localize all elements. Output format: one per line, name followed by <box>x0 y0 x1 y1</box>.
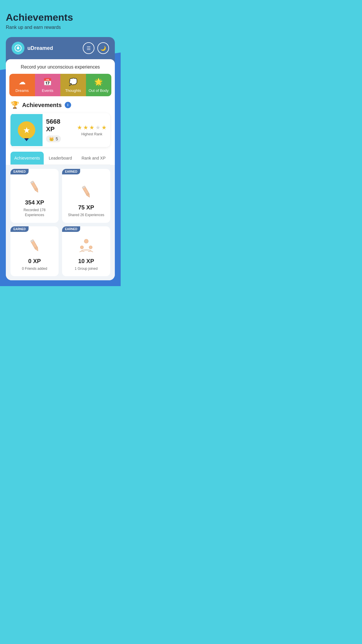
medal-icon: ★ <box>18 121 35 139</box>
svg-point-15 <box>84 239 88 243</box>
outofbody-label: Out of Body <box>89 88 109 93</box>
thoughts-icon: 💭 <box>69 78 78 86</box>
app-brand: uDreamed <box>12 42 53 55</box>
achievement-card-2: EARNED 0 XP 0 Friends added <box>10 226 59 276</box>
ach-xp-3: 10 XP <box>78 258 94 265</box>
achievement-card-1: EARNED 75 XP Shared 26 Experiences <box>62 169 110 223</box>
star-4: ★ <box>95 124 101 131</box>
xp-info: 5668 XP 👑 5 <box>43 113 73 147</box>
achievement-cards: EARNED 354 XP Recorded 178 Experie <box>6 165 115 280</box>
dreams-label: Dreams <box>15 88 29 93</box>
ach-icon-area-0 <box>27 179 42 195</box>
ach-icon-area-1 <box>79 184 94 200</box>
ach-people-icon-3 <box>78 237 94 253</box>
menu-button[interactable]: ☰ <box>83 42 94 54</box>
thoughts-label: Thoughts <box>65 88 81 93</box>
star-5: ★ <box>101 124 107 131</box>
events-label: Events <box>42 88 53 93</box>
ach-desc-3: 1 Group joined <box>75 266 98 271</box>
brand-logo <box>12 42 24 55</box>
category-outofbody[interactable]: 🌟 Out of Body <box>86 74 112 96</box>
highest-rank-label: Highest Rank <box>81 132 102 136</box>
earned-tag-3: EARNED <box>62 226 80 232</box>
page-subtitle: Rank up and earn rewards <box>6 25 115 30</box>
ach-icon-area-2 <box>27 238 42 254</box>
stars-row: ★ ★ ★ ★ ★ <box>77 124 107 131</box>
ach-pencil-icon-1 <box>79 184 94 199</box>
achievements-title: Achievements <box>22 102 62 108</box>
info-badge[interactable]: i <box>65 102 71 108</box>
category-grid: ☁ Dreams 📅 Events 💭 Thoughts 🌟 Out of Bo… <box>9 74 111 96</box>
ach-pencil-icon-0 <box>27 179 42 194</box>
achievement-card-0: EARNED 354 XP Recorded 178 Experie <box>10 169 59 223</box>
category-dreams[interactable]: ☁ Dreams <box>9 74 35 96</box>
earned-tag-2: EARNED <box>10 226 29 232</box>
star-2: ★ <box>83 124 88 131</box>
moon-button[interactable]: 🌙 <box>97 42 109 54</box>
record-banner: Record your unconscious experiences <box>6 59 115 74</box>
achievement-card-3: EARNED <box>62 226 110 276</box>
rank-number: 5 <box>56 136 58 141</box>
svg-point-1 <box>17 47 20 50</box>
brand-name: uDreamed <box>27 45 53 51</box>
xp-left: ★ <box>10 114 43 146</box>
card-content: Record your unconscious experiences ☁ Dr… <box>6 59 115 280</box>
svg-point-16 <box>80 246 83 249</box>
tab-achievements[interactable]: Achievements <box>10 152 44 164</box>
crown-icon: 👑 <box>49 136 54 141</box>
ach-xp-1: 75 XP <box>78 204 94 211</box>
xp-card: ★ 5668 XP 👑 5 ★ ★ ★ <box>10 113 110 147</box>
svg-point-17 <box>89 246 92 249</box>
ach-xp-0: 354 XP <box>25 199 44 206</box>
ach-desc-2: 0 Friends added <box>22 266 47 271</box>
medal-star: ★ <box>23 125 30 135</box>
xp-stars: ★ ★ ★ ★ ★ Highest Rank <box>73 119 110 141</box>
app-header: uDreamed ☰ 🌙 <box>6 37 115 59</box>
info-icon: i <box>67 103 68 107</box>
dreams-icon: ☁ <box>19 78 26 86</box>
svg-point-2 <box>17 46 18 47</box>
outofbody-icon: 🌟 <box>94 78 103 86</box>
ach-desc-0: Recorded 178 Experiences <box>15 208 55 218</box>
events-icon: 📅 <box>43 78 52 86</box>
star-1: ★ <box>77 124 82 131</box>
achievements-header: 🏆 Achievements i <box>10 101 110 109</box>
header-icons: ☰ 🌙 <box>83 42 109 54</box>
earned-tag-1: EARNED <box>62 169 80 174</box>
tab-leaderboard[interactable]: Leaderboard <box>44 152 77 164</box>
rank-badge: 👑 5 <box>46 135 61 142</box>
category-thoughts[interactable]: 💭 Thoughts <box>60 74 86 96</box>
achievements-section: 🏆 Achievements i ★ 5668 XP <box>6 101 115 165</box>
xp-amount: 5668 XP <box>46 118 70 133</box>
tab-rankxp[interactable]: Rank and XP <box>77 152 110 164</box>
trophy-icon: 🏆 <box>10 101 19 109</box>
ach-xp-2: 0 XP <box>28 258 41 265</box>
earned-tag-0: EARNED <box>10 169 29 174</box>
main-card: uDreamed ☰ 🌙 Record your unconscious exp… <box>6 37 115 280</box>
brain-icon <box>14 44 22 52</box>
ach-icon-area-3 <box>78 237 94 254</box>
star-3: ★ <box>89 124 94 131</box>
category-events[interactable]: 📅 Events <box>35 74 61 96</box>
tabs-row: Achievements Leaderboard Rank and XP <box>10 152 110 165</box>
ach-pencil-icon-2 <box>27 238 42 253</box>
ach-desc-1: Shared 26 Experiences <box>68 213 104 218</box>
page-title: Achievements <box>6 12 115 23</box>
